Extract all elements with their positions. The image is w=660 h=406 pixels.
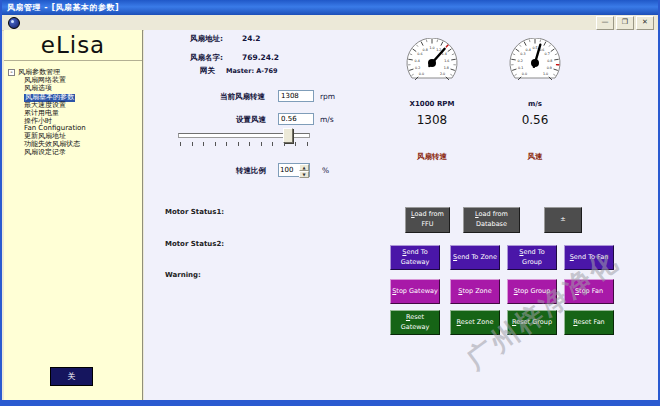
title-bar: 风扇管理 - [风扇基本的参数] [2,0,658,15]
slider-ticks [180,142,308,146]
svg-text:0.7: 0.7 [545,52,550,56]
warning-label: Warning: [165,271,201,279]
current-speed-unit: rpm [320,92,335,101]
svg-text:0.8: 0.8 [547,59,552,63]
menu-bar: — ❐ ✕ [2,15,658,31]
reset-gateway-button[interactable]: Reset Gateway [390,310,440,335]
stop-fan-button[interactable]: Stop Fan [564,279,614,304]
svg-text:0.4: 0.4 [526,48,531,52]
tree-children: 风扇网络装置风扇选项风扇基本的参数最大速度设置累计用电量操作小时Fan Conf… [8,77,140,157]
close-panel-button[interactable]: 关 [50,367,93,386]
speed-slider-thumb[interactable] [283,128,293,143]
nav-tree: - 风扇参数管理 风扇网络装置风扇选项风扇基本的参数最大速度设置累计用电量操作小… [4,61,142,157]
load-from-ffu-button[interactable]: Load from FFU [405,207,450,233]
gateway-label: 网关 [200,66,215,76]
rpm-gauge-unit: X1000 RPM [397,100,467,108]
speed-ratio-label: 转速比例 [236,166,266,176]
motor-status2-label: Motor Status2: [165,240,224,248]
svg-text:0.0: 0.0 [522,72,527,76]
stop-gateway-button[interactable]: Stop Gateway [390,279,440,304]
set-speed-input[interactable] [278,113,314,125]
svg-text:0.5: 0.5 [532,46,537,50]
svg-text:1.2: 1.2 [436,48,441,52]
elisa-logo: eLisa [4,30,142,61]
spin-up-icon[interactable]: ▲ [299,164,309,171]
reset-zone-button[interactable]: Reset Zone [450,310,500,335]
svg-text:0.3: 0.3 [520,52,525,56]
reset-group-button[interactable]: Reset Group [507,310,557,335]
svg-text:0.2: 0.2 [518,59,523,63]
tree-item[interactable]: 风扇设定记录 [24,149,140,157]
sidebar: eLisa - 风扇参数管理 风扇网络装置风扇选项风扇基本的参数最大速度设置累计… [4,30,143,400]
svg-text:1.0: 1.0 [429,46,434,50]
stop-group-button[interactable]: Stop Group [507,279,557,304]
app-window: 风扇管理 - [风扇基本的参数] — ❐ ✕ eLisa - 风扇参数管理 风扇… [0,0,660,406]
mdi-child-icon[interactable] [8,17,20,29]
window-title: 风扇管理 - [风扇基本的参数] [7,3,119,12]
airspeed-gauge: 0.00.10.20.30.40.50.60.70.80.91.0 [505,38,565,88]
send-to-zone-button[interactable]: Send To Zone [450,245,500,270]
plus-minus-button[interactable]: ± [544,207,582,233]
svg-text:0.1: 0.1 [518,66,523,70]
airspeed-gauge-unit: m/s [500,100,570,108]
rpm-gauge-caption: 风扇转速 [397,152,467,162]
svg-text:1.8: 1.8 [444,66,449,70]
restore-icon[interactable]: ❐ [616,16,634,30]
fan-name-label: 风扇名字: [190,53,223,63]
fan-name-value: 769.24.2 [242,53,279,62]
airspeed-gauge-caption: 风速 [500,152,570,162]
load-from-database-button[interactable]: Load from Database [463,207,520,233]
fan-address-value: 24.2 [242,34,261,43]
set-speed-label: 设置风速 [236,115,266,125]
stop-zone-button[interactable]: Stop Zone [450,279,500,304]
svg-text:0.8: 0.8 [423,48,428,52]
svg-text:0.2: 0.2 [415,66,420,70]
close-icon[interactable]: ✕ [636,16,654,30]
current-speed-input[interactable] [278,90,314,102]
set-speed-unit: m/s [320,115,334,124]
send-to-fan-button[interactable]: Send To Fan [564,245,614,270]
window-bottom-border [2,400,658,406]
current-speed-label: 当前风扇转速 [220,92,265,102]
gateway-value: Master: A-769 [226,67,278,75]
rpm-gauge-value: 1308 [397,113,467,127]
send-to-group-button[interactable]: Send To Group [507,245,557,270]
reset-fan-button[interactable]: Reset Fan [564,310,614,335]
speed-slider-track[interactable] [178,133,310,138]
minimize-icon[interactable]: — [596,16,614,30]
svg-text:0.4: 0.4 [415,59,420,63]
svg-text:1.0: 1.0 [543,72,548,76]
send-to-gateway-button[interactable]: Send To Gateway [390,245,440,270]
svg-text:1.6: 1.6 [444,59,449,63]
tree-item[interactable]: 风扇选项 [24,85,140,93]
collapse-icon[interactable]: - [8,69,15,76]
speed-ratio-input[interactable] [279,164,301,176]
rpm-gauge: 0.00.20.40.60.81.01.21.41.61.82.0 [402,38,462,88]
svg-text:0.9: 0.9 [547,66,552,70]
spin-down-icon[interactable]: ▼ [299,171,309,178]
svg-text:2.0: 2.0 [440,72,445,76]
fan-address-label: 风扇地址: [190,34,223,44]
speed-ratio-unit: % [322,166,329,175]
speed-ratio-spinner[interactable]: ▲ ▼ [278,163,310,177]
airspeed-gauge-value: 0.56 [500,113,570,127]
motor-status1-label: Motor Status1: [165,208,224,216]
svg-text:0.0: 0.0 [419,72,424,76]
svg-text:0.6: 0.6 [417,52,422,56]
